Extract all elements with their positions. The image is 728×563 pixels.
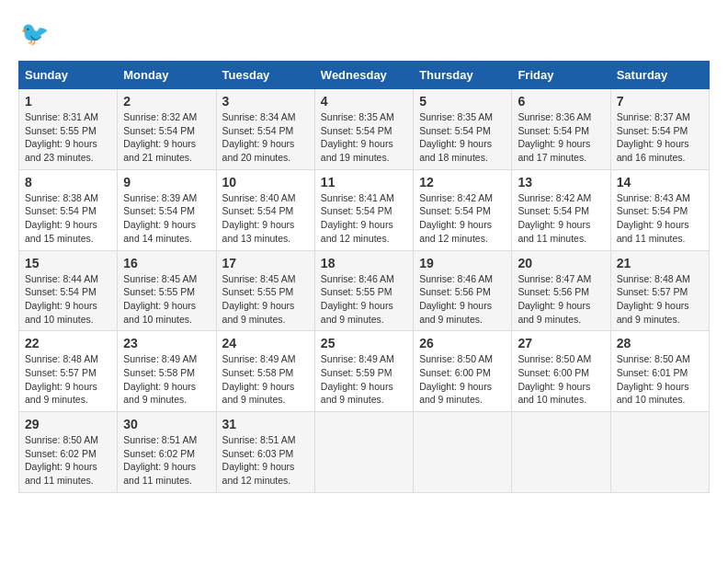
- day-number: 28: [617, 336, 703, 350]
- calendar-cell: 29Sunrise: 8:50 AMSunset: 6:02 PMDayligh…: [19, 412, 118, 493]
- calendar-cell: 10Sunrise: 8:40 AMSunset: 5:54 PMDayligh…: [216, 169, 314, 250]
- day-info: Sunrise: 8:36 AMSunset: 5:54 PMDaylight:…: [518, 110, 604, 165]
- day-info: Sunrise: 8:39 AMSunset: 5:54 PMDaylight:…: [123, 191, 210, 246]
- day-info: Sunrise: 8:45 AMSunset: 5:55 PMDaylight:…: [123, 272, 210, 327]
- day-number: 10: [222, 175, 309, 190]
- day-info: Sunrise: 8:44 AMSunset: 5:54 PMDaylight:…: [25, 272, 111, 327]
- day-number: 9: [123, 175, 210, 190]
- calendar-cell: 28Sunrise: 8:50 AMSunset: 6:01 PMDayligh…: [610, 331, 709, 412]
- calendar-cell: 17Sunrise: 8:45 AMSunset: 5:55 PMDayligh…: [216, 250, 314, 331]
- day-number: 24: [222, 336, 309, 350]
- calendar-cell: 11Sunrise: 8:41 AMSunset: 5:54 PMDayligh…: [314, 169, 413, 250]
- day-number: 20: [518, 256, 604, 270]
- day-info: Sunrise: 8:45 AMSunset: 5:55 PMDaylight:…: [222, 272, 309, 327]
- day-number: 11: [321, 175, 407, 190]
- day-number: 1: [25, 94, 111, 109]
- day-info: Sunrise: 8:38 AMSunset: 5:54 PMDaylight:…: [25, 191, 111, 246]
- day-info: Sunrise: 8:47 AMSunset: 5:56 PMDaylight:…: [518, 272, 604, 327]
- column-header-thursday: Thursday: [414, 62, 512, 89]
- day-number: 13: [518, 175, 604, 190]
- calendar-cell: 18Sunrise: 8:46 AMSunset: 5:55 PMDayligh…: [314, 250, 413, 331]
- day-info: Sunrise: 8:42 AMSunset: 5:54 PMDaylight:…: [419, 191, 506, 246]
- day-number: 6: [518, 94, 604, 109]
- calendar-cell: 5Sunrise: 8:35 AMSunset: 5:54 PMDaylight…: [414, 89, 512, 170]
- day-info: Sunrise: 8:50 AMSunset: 6:00 PMDaylight:…: [518, 352, 604, 407]
- logo: 🐦: [18, 18, 57, 52]
- day-number: 22: [25, 336, 111, 350]
- calendar-cell: 31Sunrise: 8:51 AMSunset: 6:03 PMDayligh…: [216, 412, 314, 493]
- day-info: Sunrise: 8:50 AMSunset: 6:01 PMDaylight:…: [617, 352, 703, 407]
- day-number: 16: [123, 256, 210, 270]
- calendar-cell: 9Sunrise: 8:39 AMSunset: 5:54 PMDaylight…: [118, 169, 216, 250]
- day-info: Sunrise: 8:50 AMSunset: 6:00 PMDaylight:…: [419, 352, 506, 407]
- calendar-cell: 19Sunrise: 8:46 AMSunset: 5:56 PMDayligh…: [414, 250, 512, 331]
- calendar-cell: 14Sunrise: 8:43 AMSunset: 5:54 PMDayligh…: [610, 169, 709, 250]
- calendar-header-row: SundayMondayTuesdayWednesdayThursdayFrid…: [19, 62, 710, 89]
- calendar-cell: [314, 412, 413, 493]
- calendar-cell: 15Sunrise: 8:44 AMSunset: 5:54 PMDayligh…: [19, 250, 118, 331]
- calendar-week-row: 1Sunrise: 8:31 AMSunset: 5:55 PMDaylight…: [19, 89, 710, 170]
- day-number: 17: [222, 256, 309, 270]
- day-info: Sunrise: 8:48 AMSunset: 5:57 PMDaylight:…: [25, 352, 111, 407]
- day-info: Sunrise: 8:37 AMSunset: 5:54 PMDaylight:…: [617, 110, 703, 165]
- day-number: 12: [419, 175, 506, 190]
- day-number: 14: [617, 175, 703, 190]
- calendar-week-row: 15Sunrise: 8:44 AMSunset: 5:54 PMDayligh…: [19, 250, 710, 331]
- day-info: Sunrise: 8:51 AMSunset: 6:03 PMDaylight:…: [222, 433, 309, 488]
- day-number: 4: [321, 94, 407, 109]
- day-info: Sunrise: 8:46 AMSunset: 5:56 PMDaylight:…: [419, 272, 506, 327]
- day-number: 26: [419, 336, 506, 350]
- calendar-week-row: 29Sunrise: 8:50 AMSunset: 6:02 PMDayligh…: [19, 412, 710, 493]
- calendar-cell: 20Sunrise: 8:47 AMSunset: 5:56 PMDayligh…: [512, 250, 610, 331]
- column-header-sunday: Sunday: [19, 62, 118, 89]
- calendar-week-row: 22Sunrise: 8:48 AMSunset: 5:57 PMDayligh…: [19, 331, 710, 412]
- column-header-wednesday: Wednesday: [314, 62, 413, 89]
- calendar-cell: 3Sunrise: 8:34 AMSunset: 5:54 PMDaylight…: [216, 89, 314, 170]
- day-info: Sunrise: 8:48 AMSunset: 5:57 PMDaylight:…: [617, 272, 703, 327]
- day-info: Sunrise: 8:49 AMSunset: 5:58 PMDaylight:…: [123, 352, 210, 407]
- day-number: 8: [25, 175, 111, 190]
- calendar-cell: 12Sunrise: 8:42 AMSunset: 5:54 PMDayligh…: [414, 169, 512, 250]
- column-header-monday: Monday: [118, 62, 216, 89]
- calendar-cell: 23Sunrise: 8:49 AMSunset: 5:58 PMDayligh…: [118, 331, 216, 412]
- day-number: 25: [321, 336, 407, 350]
- logo-icon: 🐦: [18, 18, 51, 52]
- calendar-cell: [610, 412, 709, 493]
- day-number: 31: [222, 417, 309, 431]
- day-info: Sunrise: 8:42 AMSunset: 5:54 PMDaylight:…: [518, 191, 604, 246]
- day-number: 30: [123, 417, 210, 431]
- day-info: Sunrise: 8:32 AMSunset: 5:54 PMDaylight:…: [123, 110, 210, 165]
- calendar-cell: 21Sunrise: 8:48 AMSunset: 5:57 PMDayligh…: [610, 250, 709, 331]
- calendar-cell: 25Sunrise: 8:49 AMSunset: 5:59 PMDayligh…: [314, 331, 413, 412]
- calendar-cell: 2Sunrise: 8:32 AMSunset: 5:54 PMDaylight…: [118, 89, 216, 170]
- day-number: 19: [419, 256, 506, 270]
- calendar-cell: [414, 412, 512, 493]
- calendar-cell: [512, 412, 610, 493]
- calendar-cell: 13Sunrise: 8:42 AMSunset: 5:54 PMDayligh…: [512, 169, 610, 250]
- calendar-cell: 30Sunrise: 8:51 AMSunset: 6:02 PMDayligh…: [118, 412, 216, 493]
- calendar-cell: 26Sunrise: 8:50 AMSunset: 6:00 PMDayligh…: [414, 331, 512, 412]
- day-info: Sunrise: 8:40 AMSunset: 5:54 PMDaylight:…: [222, 191, 309, 246]
- day-info: Sunrise: 8:46 AMSunset: 5:55 PMDaylight:…: [321, 272, 407, 327]
- calendar-cell: 24Sunrise: 8:49 AMSunset: 5:58 PMDayligh…: [216, 331, 314, 412]
- day-number: 7: [617, 94, 703, 109]
- day-info: Sunrise: 8:35 AMSunset: 5:54 PMDaylight:…: [419, 110, 506, 165]
- day-info: Sunrise: 8:51 AMSunset: 6:02 PMDaylight:…: [123, 433, 210, 488]
- day-number: 2: [123, 94, 210, 109]
- day-info: Sunrise: 8:35 AMSunset: 5:54 PMDaylight:…: [321, 110, 407, 165]
- calendar-week-row: 8Sunrise: 8:38 AMSunset: 5:54 PMDaylight…: [19, 169, 710, 250]
- calendar-cell: 7Sunrise: 8:37 AMSunset: 5:54 PMDaylight…: [610, 89, 709, 170]
- calendar-cell: 27Sunrise: 8:50 AMSunset: 6:00 PMDayligh…: [512, 331, 610, 412]
- day-number: 23: [123, 336, 210, 350]
- day-number: 21: [617, 256, 703, 270]
- day-number: 15: [25, 256, 111, 270]
- calendar-cell: 16Sunrise: 8:45 AMSunset: 5:55 PMDayligh…: [118, 250, 216, 331]
- calendar-table: SundayMondayTuesdayWednesdayThursdayFrid…: [18, 61, 710, 493]
- calendar-cell: 1Sunrise: 8:31 AMSunset: 5:55 PMDaylight…: [19, 89, 118, 170]
- day-info: Sunrise: 8:31 AMSunset: 5:55 PMDaylight:…: [25, 110, 111, 165]
- day-info: Sunrise: 8:34 AMSunset: 5:54 PMDaylight:…: [222, 110, 309, 165]
- svg-text:🐦: 🐦: [20, 19, 50, 48]
- calendar-cell: 4Sunrise: 8:35 AMSunset: 5:54 PMDaylight…: [314, 89, 413, 170]
- day-info: Sunrise: 8:43 AMSunset: 5:54 PMDaylight:…: [617, 191, 703, 246]
- day-info: Sunrise: 8:49 AMSunset: 5:58 PMDaylight:…: [222, 352, 309, 407]
